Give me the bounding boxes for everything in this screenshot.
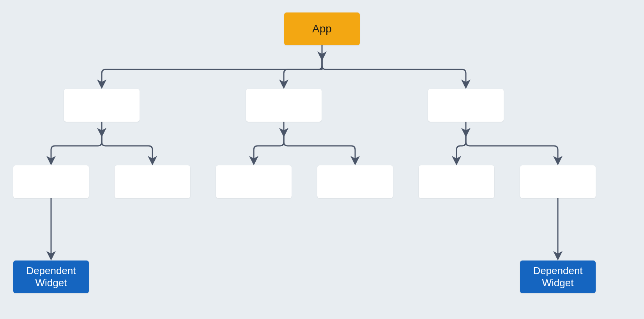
node-dependent-widget-right-label: Dependent Widget: [533, 265, 582, 289]
node-leaf-4: [317, 165, 393, 198]
node-app-root-label: App: [312, 23, 332, 35]
node-dependent-widget-left-label: Dependent Widget: [26, 265, 76, 289]
node-dependent-widget-left: Dependent Widget: [13, 261, 89, 293]
node-leaf-1: [13, 165, 89, 198]
node-leaf-6: [520, 165, 596, 198]
node-leaf-5: [419, 165, 494, 198]
node-leaf-3: [216, 165, 292, 198]
node-mid-2: [246, 89, 322, 122]
node-dependent-widget-right: Dependent Widget: [520, 261, 596, 293]
node-app-root: App: [284, 12, 360, 45]
node-mid-3: [428, 89, 504, 122]
node-leaf-2: [115, 165, 190, 198]
node-mid-1: [64, 89, 140, 122]
